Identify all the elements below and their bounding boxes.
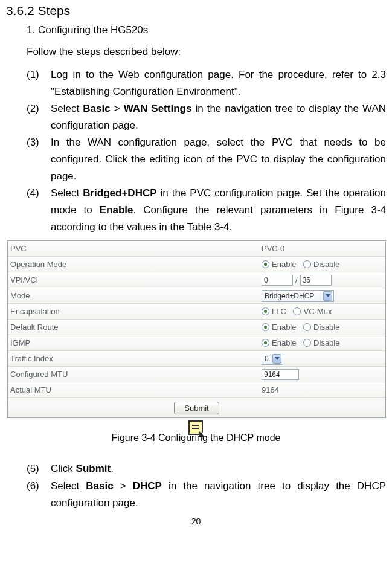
select-value: Bridged+DHCP	[265, 292, 314, 300]
row-submit: Submit	[8, 398, 385, 417]
text: Click	[51, 463, 76, 474]
input-vpi[interactable]	[262, 275, 293, 286]
row-configured-mtu: Configured MTU	[8, 367, 385, 382]
value-pvc: PVC-0	[262, 244, 385, 253]
radio-label: Disable	[313, 323, 339, 332]
text: >	[114, 480, 133, 492]
radio-igmp-enable[interactable]	[262, 339, 269, 347]
text: .	[111, 463, 114, 474]
chevron-down-icon	[323, 291, 332, 301]
radio-label: LLC	[272, 307, 286, 316]
radio-label: Enable	[272, 338, 296, 347]
step-body: In the WAN configuration page, select th…	[51, 134, 386, 185]
row-pvc: PVC PVC-0	[8, 241, 385, 257]
label-igmp: IGMP	[8, 338, 262, 347]
step-5: (5) Click Submit.	[27, 460, 386, 477]
label-operation-mode: Operation Mode	[8, 260, 262, 269]
step-marker: (3)	[27, 134, 51, 185]
radio-label: Enable	[272, 323, 296, 332]
step-marker: (1)	[27, 66, 51, 100]
radio-droute-enable[interactable]	[262, 323, 269, 331]
radio-igmp-disable[interactable]	[303, 339, 311, 347]
chevron-down-icon	[272, 354, 281, 364]
label-traffic-index: Traffic Index	[8, 354, 262, 363]
step-4: (4) Select Bridged+DHCP in the PVC confi…	[27, 185, 386, 236]
bold-text: Basic	[86, 480, 113, 492]
text: Select	[51, 187, 83, 199]
radio-label: VC-Mux	[303, 307, 332, 316]
row-igmp: IGMP Enable Disable	[8, 335, 385, 351]
step-marker: (6)	[27, 478, 51, 512]
label-default-route: Default Route	[8, 323, 262, 332]
bold-text: Enable	[100, 204, 133, 216]
select-traffic-index[interactable]: 0	[262, 353, 283, 365]
input-configured-mtu[interactable]	[262, 369, 299, 380]
step-body: Select Basic > DHCP in the navigation tr…	[51, 478, 386, 512]
label-actual-mtu: Actual MTU	[8, 385, 262, 394]
label-mode: Mode	[8, 291, 262, 300]
bold-text: Submit	[76, 463, 111, 474]
text: Select	[51, 103, 83, 114]
radio-opmode-enable[interactable]	[262, 260, 269, 268]
radio-encap-vcmux[interactable]	[293, 307, 301, 315]
label-configured-mtu: Configured MTU	[8, 370, 262, 379]
radio-label: Disable	[313, 338, 339, 347]
radio-opmode-disable[interactable]	[303, 260, 311, 268]
submit-button[interactable]: Submit	[174, 402, 219, 414]
step-body: Select Basic > WAN Settings in the navig…	[51, 100, 386, 134]
row-actual-mtu: Actual MTU 9164	[8, 382, 385, 398]
figure-caption: Figure 3-4 Configuring the DHCP mode	[6, 433, 386, 443]
row-traffic-index: Traffic Index 0	[8, 351, 385, 367]
row-vpi-vci: VPI/VCI /	[8, 272, 385, 288]
step-marker: (4)	[27, 185, 51, 236]
radio-label: Enable	[272, 260, 296, 269]
select-value: 0	[265, 355, 269, 363]
input-vci[interactable]	[300, 275, 332, 286]
radio-droute-disable[interactable]	[303, 323, 311, 331]
step-2: (2) Select Basic > WAN Settings in the n…	[27, 100, 386, 134]
sep: /	[295, 275, 298, 285]
radio-label: Disable	[313, 260, 339, 269]
step-1: (1) Log in to the Web configuration page…	[27, 66, 386, 100]
label-pvc: PVC	[8, 244, 262, 253]
step-body: Select Bridged+DHCP in the PVC configura…	[51, 185, 386, 236]
text: >	[111, 103, 124, 114]
text: Select	[51, 480, 86, 492]
step-marker: (5)	[27, 460, 51, 477]
step-body: Log in to the Web configuration page. Fo…	[51, 66, 386, 100]
label-encapsulation: Encapsulation	[8, 307, 262, 316]
select-mode[interactable]: Bridged+DHCP	[262, 290, 334, 302]
page-number: 20	[6, 516, 386, 526]
wan-config-panel: PVC PVC-0 Operation Mode Enable Disable …	[7, 240, 386, 418]
subsection-title: 1. Configuring the HG520s	[27, 24, 386, 36]
step-body: Click Submit.	[51, 460, 386, 477]
bold-text: WAN Settings	[124, 103, 192, 114]
lead-text: Follow the steps described below:	[27, 46, 386, 58]
bold-text: DHCP	[133, 480, 162, 492]
bold-text: Basic	[83, 103, 110, 114]
radio-encap-llc[interactable]	[262, 307, 269, 315]
step-6: (6) Select Basic > DHCP in the navigatio…	[27, 478, 386, 512]
row-operation-mode: Operation Mode Enable Disable	[8, 257, 385, 272]
label-vpi-vci: VPI/VCI	[8, 275, 262, 285]
step-marker: (2)	[27, 100, 51, 134]
row-default-route: Default Route Enable Disable	[8, 320, 385, 335]
value-actual-mtu: 9164	[262, 385, 385, 394]
section-heading: 3.6.2 Steps	[6, 4, 386, 18]
step-3: (3) In the WAN configuration page, selec…	[27, 134, 386, 185]
row-encapsulation: Encapsulation LLC VC-Mux	[8, 304, 385, 320]
row-mode: Mode Bridged+DHCP	[8, 288, 385, 304]
bold-text: Bridged+DHCP	[83, 187, 156, 199]
